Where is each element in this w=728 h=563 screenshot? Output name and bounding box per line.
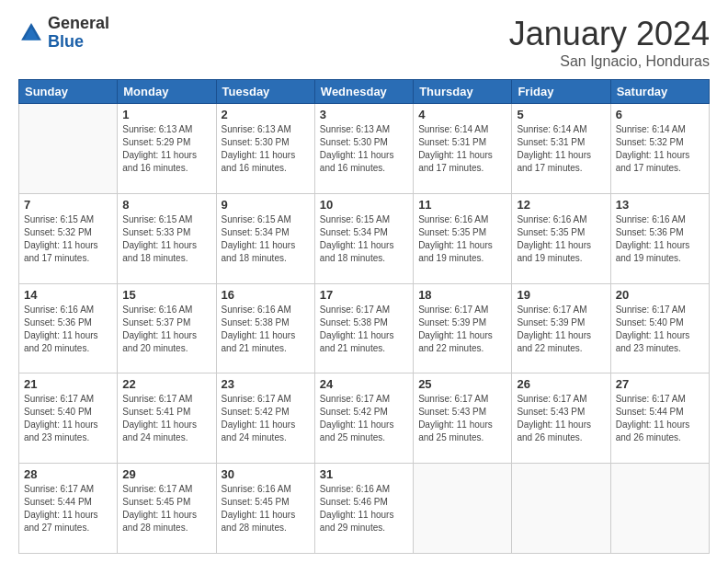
calendar-cell: 7Sunrise: 6:15 AM Sunset: 5:32 PM Daylig… [19, 193, 118, 283]
calendar-cell: 9Sunrise: 6:15 AM Sunset: 5:34 PM Daylig… [216, 193, 314, 283]
day-number: 12 [517, 198, 605, 212]
calendar-cell: 21Sunrise: 6:17 AM Sunset: 5:40 PM Dayli… [19, 373, 118, 464]
page: General Blue January 2024 San Ignacio, H… [0, 0, 728, 563]
weekday-header-tuesday: Tuesday [216, 80, 314, 104]
day-number: 20 [616, 288, 704, 302]
location-title: San Ignacio, Honduras [509, 53, 710, 70]
week-row-2: 14Sunrise: 6:16 AM Sunset: 5:36 PM Dayli… [19, 283, 710, 373]
logo-blue: Blue [48, 33, 109, 52]
weekday-header-monday: Monday [118, 80, 216, 104]
day-number: 28 [24, 467, 112, 481]
day-info: Sunrise: 6:13 AM Sunset: 5:29 PM Dayligh… [122, 123, 210, 175]
calendar-cell: 22Sunrise: 6:17 AM Sunset: 5:41 PM Dayli… [118, 373, 216, 464]
calendar-cell [610, 464, 709, 554]
day-info: Sunrise: 6:16 AM Sunset: 5:36 PM Dayligh… [616, 213, 704, 265]
weekday-header-friday: Friday [512, 80, 610, 104]
week-row-0: 1Sunrise: 6:13 AM Sunset: 5:29 PM Daylig… [19, 104, 710, 194]
calendar-cell: 17Sunrise: 6:17 AM Sunset: 5:38 PM Dayli… [314, 283, 413, 373]
calendar-cell: 3Sunrise: 6:13 AM Sunset: 5:30 PM Daylig… [314, 104, 413, 194]
calendar-cell: 29Sunrise: 6:17 AM Sunset: 5:45 PM Dayli… [118, 464, 216, 554]
calendar-table: SundayMondayTuesdayWednesdayThursdayFrid… [18, 79, 710, 554]
calendar-cell: 10Sunrise: 6:15 AM Sunset: 5:34 PM Dayli… [314, 193, 413, 283]
logo-text: General Blue [48, 15, 109, 52]
day-info: Sunrise: 6:14 AM Sunset: 5:32 PM Dayligh… [616, 123, 704, 175]
day-info: Sunrise: 6:17 AM Sunset: 5:40 PM Dayligh… [24, 393, 112, 444]
calendar-cell: 24Sunrise: 6:17 AM Sunset: 5:42 PM Dayli… [314, 373, 413, 464]
day-info: Sunrise: 6:16 AM Sunset: 5:46 PM Dayligh… [320, 483, 408, 534]
calendar-cell: 5Sunrise: 6:14 AM Sunset: 5:31 PM Daylig… [512, 104, 610, 194]
week-row-3: 21Sunrise: 6:17 AM Sunset: 5:40 PM Dayli… [19, 373, 710, 464]
day-number: 7 [24, 198, 112, 212]
day-info: Sunrise: 6:17 AM Sunset: 5:43 PM Dayligh… [517, 393, 605, 444]
calendar-cell: 27Sunrise: 6:17 AM Sunset: 5:44 PM Dayli… [610, 373, 709, 464]
calendar-cell: 14Sunrise: 6:16 AM Sunset: 5:36 PM Dayli… [19, 283, 118, 373]
day-info: Sunrise: 6:16 AM Sunset: 5:38 PM Dayligh… [222, 304, 310, 355]
calendar-cell: 11Sunrise: 6:16 AM Sunset: 5:35 PM Dayli… [414, 193, 512, 283]
day-info: Sunrise: 6:17 AM Sunset: 5:44 PM Dayligh… [616, 393, 704, 444]
day-info: Sunrise: 6:14 AM Sunset: 5:31 PM Dayligh… [418, 123, 506, 175]
logo: General Blue [18, 15, 109, 52]
day-info: Sunrise: 6:16 AM Sunset: 5:37 PM Dayligh… [122, 304, 210, 355]
day-number: 2 [222, 108, 310, 121]
logo-general: General [48, 15, 109, 33]
day-number: 21 [24, 377, 112, 391]
calendar-cell: 4Sunrise: 6:14 AM Sunset: 5:31 PM Daylig… [414, 104, 512, 194]
day-number: 27 [616, 377, 704, 391]
day-number: 17 [320, 288, 408, 302]
day-number: 5 [517, 108, 605, 121]
calendar-cell [512, 464, 610, 554]
day-info: Sunrise: 6:17 AM Sunset: 5:38 PM Dayligh… [320, 304, 408, 355]
day-info: Sunrise: 6:17 AM Sunset: 5:42 PM Dayligh… [320, 393, 408, 444]
day-number: 1 [122, 108, 210, 121]
calendar-cell: 28Sunrise: 6:17 AM Sunset: 5:44 PM Dayli… [19, 464, 118, 554]
weekday-header-wednesday: Wednesday [314, 80, 413, 104]
title-section: January 2024 San Ignacio, Honduras [509, 15, 710, 70]
day-info: Sunrise: 6:15 AM Sunset: 5:34 PM Dayligh… [222, 213, 310, 265]
calendar-cell [19, 104, 118, 194]
day-info: Sunrise: 6:14 AM Sunset: 5:31 PM Dayligh… [517, 123, 605, 175]
day-number: 29 [122, 467, 210, 481]
day-number: 19 [517, 288, 605, 302]
calendar-cell: 16Sunrise: 6:16 AM Sunset: 5:38 PM Dayli… [216, 283, 314, 373]
calendar-cell: 18Sunrise: 6:17 AM Sunset: 5:39 PM Dayli… [414, 283, 512, 373]
day-info: Sunrise: 6:17 AM Sunset: 5:43 PM Dayligh… [418, 393, 506, 444]
calendar-cell: 31Sunrise: 6:16 AM Sunset: 5:46 PM Dayli… [314, 464, 413, 554]
day-number: 3 [320, 108, 408, 121]
day-info: Sunrise: 6:17 AM Sunset: 5:39 PM Dayligh… [517, 304, 605, 355]
calendar-cell: 15Sunrise: 6:16 AM Sunset: 5:37 PM Dayli… [118, 283, 216, 373]
calendar-cell: 30Sunrise: 6:16 AM Sunset: 5:45 PM Dayli… [216, 464, 314, 554]
day-number: 11 [418, 198, 506, 212]
calendar-cell: 19Sunrise: 6:17 AM Sunset: 5:39 PM Dayli… [512, 283, 610, 373]
day-number: 14 [24, 288, 112, 302]
day-info: Sunrise: 6:16 AM Sunset: 5:35 PM Dayligh… [418, 213, 506, 265]
day-info: Sunrise: 6:15 AM Sunset: 5:34 PM Dayligh… [320, 213, 408, 265]
day-info: Sunrise: 6:16 AM Sunset: 5:36 PM Dayligh… [24, 304, 112, 355]
weekday-header-thursday: Thursday [414, 80, 512, 104]
day-info: Sunrise: 6:13 AM Sunset: 5:30 PM Dayligh… [320, 123, 408, 175]
day-number: 16 [222, 288, 310, 302]
day-number: 23 [222, 377, 310, 391]
day-info: Sunrise: 6:13 AM Sunset: 5:30 PM Dayligh… [222, 123, 310, 175]
day-info: Sunrise: 6:17 AM Sunset: 5:45 PM Dayligh… [122, 483, 210, 534]
day-number: 25 [418, 377, 506, 391]
day-info: Sunrise: 6:16 AM Sunset: 5:35 PM Dayligh… [517, 213, 605, 265]
calendar-cell: 25Sunrise: 6:17 AM Sunset: 5:43 PM Dayli… [414, 373, 512, 464]
weekday-header-sunday: Sunday [19, 80, 118, 104]
day-number: 24 [320, 377, 408, 391]
day-number: 8 [122, 198, 210, 212]
calendar-cell: 13Sunrise: 6:16 AM Sunset: 5:36 PM Dayli… [610, 193, 709, 283]
weekday-header-row: SundayMondayTuesdayWednesdayThursdayFrid… [19, 80, 710, 104]
day-number: 4 [418, 108, 506, 121]
day-info: Sunrise: 6:17 AM Sunset: 5:39 PM Dayligh… [418, 304, 506, 355]
calendar-cell: 8Sunrise: 6:15 AM Sunset: 5:33 PM Daylig… [118, 193, 216, 283]
week-row-4: 28Sunrise: 6:17 AM Sunset: 5:44 PM Dayli… [19, 464, 710, 554]
calendar-cell: 23Sunrise: 6:17 AM Sunset: 5:42 PM Dayli… [216, 373, 314, 464]
calendar-cell: 6Sunrise: 6:14 AM Sunset: 5:32 PM Daylig… [610, 104, 709, 194]
day-number: 30 [222, 467, 310, 481]
calendar-cell: 12Sunrise: 6:16 AM Sunset: 5:35 PM Dayli… [512, 193, 610, 283]
day-number: 9 [222, 198, 310, 212]
weekday-header-saturday: Saturday [610, 80, 709, 104]
day-number: 22 [122, 377, 210, 391]
day-number: 26 [517, 377, 605, 391]
day-number: 15 [122, 288, 210, 302]
